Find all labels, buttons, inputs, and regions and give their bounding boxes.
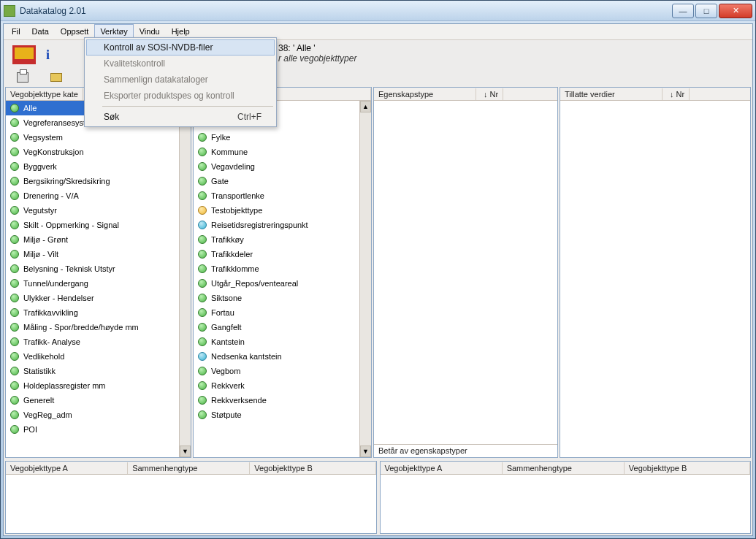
list-item[interactable]: Ulykker - Hendelser <box>6 291 179 305</box>
print-icon[interactable] <box>17 72 28 83</box>
list-item[interactable]: Trafikk- Analyse <box>6 335 179 349</box>
app-icon <box>4 5 15 17</box>
dd-sok[interactable]: Søk Ctrl+F <box>86 109 275 125</box>
list-item[interactable]: VegKonstruksjon <box>6 145 179 159</box>
col-nr[interactable]: ↓ Nr <box>663 88 690 100</box>
pane-category: Vegobjekttype kate AlleVegreferansesyste… <box>5 87 191 458</box>
status-icon <box>10 162 19 171</box>
dd-kvalitetskontroll[interactable]: Kvalitetskontroll <box>86 56 275 72</box>
list-item[interactable]: Trafikklomme <box>194 261 359 276</box>
scroll-down-icon[interactable]: ▼ <box>180 446 191 457</box>
list-item[interactable]: Holdeplassregister mm <box>6 378 179 393</box>
list-item[interactable]: Nedsenka kantstein <box>194 349 359 364</box>
maximize-button[interactable]: □ <box>695 4 717 18</box>
col-vegobjekt-a[interactable]: Vegobjekttype A <box>381 462 503 474</box>
dd-kontroll-sosi[interactable]: Kontroll av SOSI-NVDB-filer <box>86 39 275 56</box>
list-item[interactable]: Trafikkdeler <box>194 247 359 261</box>
scrollbar[interactable]: ▲ ▼ <box>179 101 191 457</box>
status-icon <box>198 133 207 142</box>
pane-properties-list[interactable] <box>374 101 557 444</box>
folder-icon[interactable] <box>50 73 62 82</box>
list-item[interactable]: VegReg_adm <box>6 408 179 422</box>
list-item[interactable]: Gangfelt <box>194 320 359 335</box>
dd-eksporter[interactable]: Eksporter produktspes og kontroll <box>86 88 275 104</box>
dd-sammenlign[interactable]: Sammenlign datakataloger <box>86 72 275 88</box>
pane-category-col[interactable]: Vegobjekttype kate <box>6 88 83 100</box>
list-item[interactable]: Kantstein <box>194 335 359 349</box>
list-item[interactable]: Måling - Spor/bredde/høyde mm <box>6 320 179 335</box>
list-item[interactable]: Statistikk <box>6 364 179 378</box>
bottom-row: Vegobjekttype A Sammenhengtype Vegobjekt… <box>5 461 751 534</box>
scroll-up-icon[interactable]: ▲ <box>360 101 371 112</box>
list-item[interactable]: Vedlikehold <box>6 349 179 364</box>
list-item[interactable]: POI <box>6 422 179 437</box>
list-item[interactable]: Skilt - Oppmerking - Signal <box>6 218 179 232</box>
list-item[interactable]: Belysning - Teknisk Utstyr <box>6 261 179 276</box>
status-icon <box>198 410 207 419</box>
list-item[interactable]: Bergsikring/Skredsikring <box>6 174 179 188</box>
scroll-down-icon[interactable]: ▼ <box>360 446 371 457</box>
list-item[interactable]: Rekkverksende <box>194 393 359 408</box>
pane-values-list[interactable] <box>560 101 750 457</box>
col-tillatte[interactable]: Tillatte verdier <box>560 88 663 100</box>
list-item[interactable]: Byggverk <box>6 159 179 174</box>
relation-left-list[interactable] <box>6 475 376 533</box>
col-vegobjekt-a[interactable]: Vegobjekttype A <box>6 462 128 474</box>
status-icon <box>198 337 207 346</box>
list-item[interactable]: Generelt <box>6 393 179 408</box>
col-vegobjekt-b[interactable]: Vegobjekttype B <box>625 462 750 474</box>
status-icon <box>10 133 19 142</box>
list-item-label: Transportlenke <box>211 191 264 200</box>
col-vegobjekt-b[interactable]: Vegobjekttype B <box>250 462 375 474</box>
list-item-label: Statistikk <box>23 367 56 375</box>
status-icon <box>10 221 19 229</box>
menu-fil[interactable]: Fil <box>6 24 26 39</box>
close-button[interactable]: ✕ <box>719 4 752 18</box>
list-item[interactable]: Vegavdeling <box>194 159 359 174</box>
list-item[interactable]: Fylke <box>194 130 359 145</box>
minimize-button[interactable]: — <box>672 4 694 18</box>
list-item[interactable]: Tunnel/undergang <box>6 276 179 291</box>
list-item[interactable]: Rekkverk <box>194 378 359 393</box>
list-item[interactable]: Drenering - V/A <box>6 188 179 203</box>
pane-values: Tillatte verdier ↓ Nr <box>560 87 751 458</box>
list-item[interactable]: Gate <box>194 174 359 188</box>
list-item[interactable]: Testobjekttype <box>194 203 359 218</box>
list-item[interactable]: Vegbom <box>194 364 359 378</box>
list-item[interactable]: Utgår_Repos/venteareal <box>194 276 359 291</box>
relation-right-header: Vegobjekttype A Sammenhengtype Vegobjekt… <box>381 462 751 475</box>
info-icon[interactable]: i <box>46 47 50 63</box>
list-item-label: Tunnel/undergang <box>23 279 88 288</box>
status-icon <box>198 367 207 375</box>
pane-category-list[interactable]: AlleVegreferansesystemVegsystemVegKonstr… <box>6 101 179 457</box>
relation-right-list[interactable] <box>381 475 751 533</box>
panels: Vegobjekttype kate AlleVegreferansesyste… <box>4 85 752 535</box>
header-line1: 38: ' Alle ' <box>278 43 356 53</box>
list-item-label: Trafikkøy <box>211 235 244 244</box>
list-item[interactable]: Trafikkavvikling <box>6 305 179 320</box>
col-egenskapstype[interactable]: Egenskapstype <box>374 88 476 100</box>
col-sammenheng[interactable]: Sammenhengtype <box>128 462 250 474</box>
col-sammenheng[interactable]: Sammenhengtype <box>503 462 625 474</box>
list-item[interactable]: Støtpute <box>194 408 359 422</box>
list-item[interactable]: Kommune <box>194 145 359 159</box>
list-item-label: Kommune <box>211 148 248 156</box>
list-item[interactable]: Trafikkøy <box>194 232 359 247</box>
menu-data[interactable]: Data <box>26 24 55 39</box>
list-item[interactable]: Fortau <box>194 305 359 320</box>
status-icon <box>198 279 207 288</box>
list-item[interactable]: Siktsone <box>194 291 359 305</box>
list-item[interactable]: Reisetidsregistreringspunkt <box>194 218 359 232</box>
list-item[interactable]: Miljø - Grønt <box>6 232 179 247</box>
list-item[interactable]: Miljø - Vilt <box>6 247 179 261</box>
list-item[interactable]: Transportlenke <box>194 188 359 203</box>
list-item[interactable]: Vegutstyr <box>6 203 179 218</box>
scrollbar[interactable]: ▲ ▼ <box>359 101 371 457</box>
list-item-label: Vegsystem <box>23 133 63 142</box>
pane-objecttype-list[interactable]: VegreferanseRegionFylkeKommuneVegavdelin… <box>194 101 359 457</box>
list-item[interactable]: Vegsystem <box>6 130 179 145</box>
window-buttons: — □ ✕ <box>672 4 752 18</box>
list-item-label: VegReg_adm <box>23 410 72 419</box>
list-item-label: Trafikkavvikling <box>23 308 78 317</box>
col-nr[interactable]: ↓ Nr <box>476 88 503 100</box>
